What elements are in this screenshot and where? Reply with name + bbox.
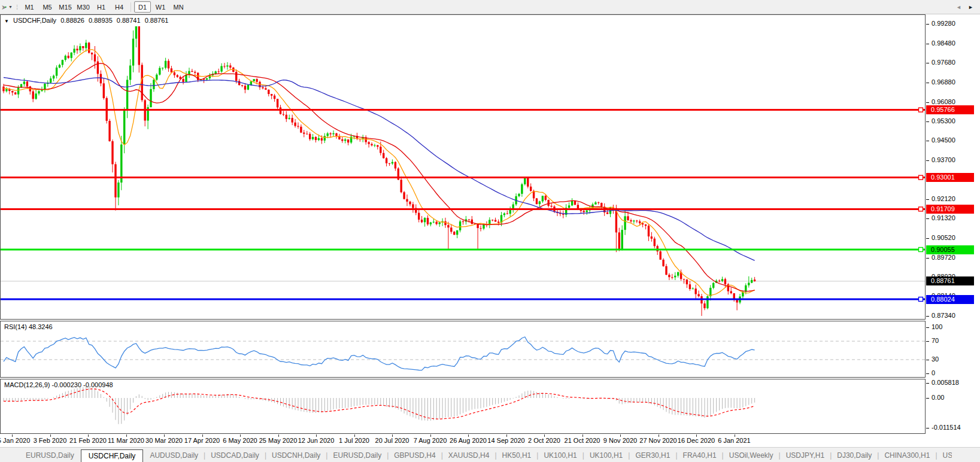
- timeframe-button-m15[interactable]: M15: [57, 1, 74, 13]
- time-tick-label: 21 Feb 2020: [69, 437, 107, 444]
- price-line-label-0.91709: 0.91709: [926, 205, 974, 214]
- price-tick: [926, 316, 929, 317]
- chart-tab-china300-h1[interactable]: CHINA300,H1: [879, 449, 935, 462]
- time-tick-label: 6 May 2020: [223, 437, 257, 444]
- price-line-label-0.88024: 0.88024: [926, 295, 974, 304]
- timeframe-button-h4[interactable]: H4: [111, 1, 128, 13]
- rsi-tick-label: 0: [932, 369, 935, 376]
- time-tick-label: 21 Oct 2020: [565, 437, 600, 444]
- price-tick: [926, 102, 929, 103]
- macd-tick-label: -0.011514: [932, 424, 961, 431]
- time-tick-label: 27 Nov 2020: [639, 437, 676, 444]
- chart-tab-uk100-h1[interactable]: UK100,H1: [538, 449, 582, 462]
- price-tick: [926, 44, 929, 44]
- tab-scroll-right-icon[interactable]: ►: [968, 4, 973, 10]
- price-line-label-0.88761: 0.88761: [926, 276, 974, 285]
- toolbar-dropdown-icon[interactable]: ▼: [8, 5, 13, 9]
- time-tick-label: 12 Jun 2020: [298, 437, 335, 444]
- chart-tab-gbpusd-h4[interactable]: GBPUSD,H4: [389, 449, 441, 462]
- price-tick: [926, 63, 929, 63]
- timeframe-button-h1[interactable]: H1: [93, 1, 110, 13]
- bar-high-value: 0.88935: [89, 17, 113, 24]
- bar-open-value: 0.88826: [60, 17, 84, 24]
- chart-tab-usdcnh-daily[interactable]: USDCNH,Daily: [266, 449, 326, 462]
- time-tick-label: 9 Nov 2020: [603, 437, 637, 444]
- price-line-label-0.95766: 0.95766: [926, 105, 974, 114]
- time-tick-label: 11 Mar 2020: [108, 437, 144, 444]
- chart-tab-fra40-h1[interactable]: FRA40,H1: [678, 449, 722, 462]
- timeframe-button-m5[interactable]: M5: [39, 1, 56, 13]
- chart-tab-ger30-h1[interactable]: GER30,H1: [630, 449, 675, 462]
- time-tick-label: 26 Aug 2020: [450, 437, 487, 444]
- rsi-tick-label: 70: [932, 337, 939, 344]
- top-toolbar: ➤ ▪ ▼ ⁞ M1M5M15M30H1H4D1W1MN: [0, 0, 980, 14]
- price-tick-label: 0.94500: [932, 136, 955, 144]
- time-tick-label: 7 Aug 2020: [414, 437, 447, 444]
- tab-scroll-left-icon[interactable]: ◄: [956, 4, 961, 10]
- time-tick-label: 25 May 2020: [259, 437, 298, 444]
- rsi-tick: [926, 327, 929, 328]
- price-tick: [926, 218, 929, 219]
- time-tick-label: 1 Jul 2020: [339, 437, 369, 444]
- chart-tab-strip: EURUSD,DailyUSDCHF,DailyAUDUSD,Daily|USD…: [20, 448, 952, 462]
- time-tick-label: 6 Jan 2021: [718, 437, 750, 444]
- price-axis[interactable]: 0.992800.984800.976800.968800.960800.953…: [926, 14, 980, 433]
- price-tick-label: 0.96880: [932, 78, 955, 86]
- rsi-tick: [926, 341, 929, 342]
- rsi-tick: [926, 360, 929, 360]
- macd-tick-label: 0.00: [932, 394, 944, 401]
- macd-tick-label: 0.005818: [932, 379, 959, 386]
- price-tick-label: 0.97680: [932, 59, 955, 66]
- price-tick: [926, 238, 929, 239]
- rsi-tick: [926, 373, 929, 374]
- price-tick-label: 0.98480: [932, 39, 955, 47]
- chart-tab-audusd-daily[interactable]: AUDUSD,Daily: [144, 449, 204, 462]
- price-tick-label: 0.96080: [932, 98, 955, 105]
- time-tick-label: 14 Sep 2020: [487, 437, 524, 444]
- macd-tick: [926, 428, 929, 428]
- chart-tab-xauusd-h4[interactable]: XAUUSD,H4: [443, 449, 495, 462]
- chart-tab-usdcad-daily[interactable]: USDCAD,Daily: [205, 449, 265, 462]
- price-tick: [926, 199, 929, 200]
- chart-tab-uk100-h1[interactable]: UK100,H1: [584, 449, 628, 462]
- chart-symbol-label: USDCHF,Daily: [13, 17, 56, 24]
- time-tick-label: 30 Mar 2020: [145, 437, 183, 444]
- chart-tab-usoil-weekly[interactable]: USOil,Weekly: [724, 449, 779, 462]
- price-tick: [926, 258, 929, 259]
- macd-indicator-label: MACD(12,26,9) -0.000230 -0.000948: [4, 381, 113, 388]
- price-tick: [926, 83, 929, 83]
- macd-tick: [926, 398, 929, 399]
- chart-tab-usdchf-daily[interactable]: USDCHF,Daily: [81, 449, 144, 462]
- chart-tab-eurusd-daily[interactable]: EURUSD,Daily: [20, 449, 80, 462]
- time-tick-label: 20 Jul 2020: [375, 437, 409, 444]
- collapse-chart-icon[interactable]: ▼: [4, 19, 9, 24]
- chart-canvas[interactable]: [0, 0, 980, 462]
- timeframe-button-m1[interactable]: M1: [21, 1, 38, 13]
- time-tick-label: 3 Feb 2020: [34, 437, 67, 444]
- rsi-tick-label: 100: [932, 323, 942, 330]
- price-tick-label: 0.89720: [932, 254, 955, 261]
- chart-tab-usdjpy-h1[interactable]: USDJPY,H1: [781, 449, 830, 462]
- price-tick-label: 0.87340: [932, 312, 955, 319]
- price-tick: [926, 121, 929, 122]
- time-axis[interactable]: 15 Jan 20203 Feb 202021 Feb 202011 Mar 2…: [0, 434, 926, 446]
- price-tick-label: 0.90520: [932, 234, 955, 241]
- timeframe-button-w1[interactable]: W1: [152, 1, 169, 13]
- time-tick-label: 16 Dec 2020: [678, 437, 715, 444]
- chart-tab-usoil[interactable]: USOil,: [937, 449, 952, 462]
- chart-tab-hk50-h1[interactable]: HK50,H1: [497, 449, 537, 462]
- toolbar-grip-icon[interactable]: ⁞: [16, 4, 17, 11]
- rsi-indicator-label: RSI(14) 48.3246: [4, 323, 53, 330]
- price-tick-label: 0.95300: [932, 117, 955, 124]
- price-tick-label: 0.93700: [932, 156, 955, 163]
- chart-tab-dj30-daily[interactable]: DJ30,Daily: [832, 449, 877, 462]
- timeframe-button-m30[interactable]: M30: [75, 1, 92, 13]
- time-tick-label: 2 Oct 2020: [528, 437, 560, 444]
- timeframe-button-mn[interactable]: MN: [170, 1, 187, 13]
- bar-low-value: 0.88741: [117, 17, 141, 24]
- mt4-window: { "toolbar": { "pointer_icon": "➤", "poi…: [0, 0, 980, 462]
- timeframe-button-d1[interactable]: D1: [134, 1, 151, 13]
- time-tick-label: 15 Jan 2020: [0, 437, 30, 444]
- chart-tab-eurusd-daily[interactable]: EURUSD,Daily: [327, 449, 387, 462]
- price-tick: [926, 24, 929, 25]
